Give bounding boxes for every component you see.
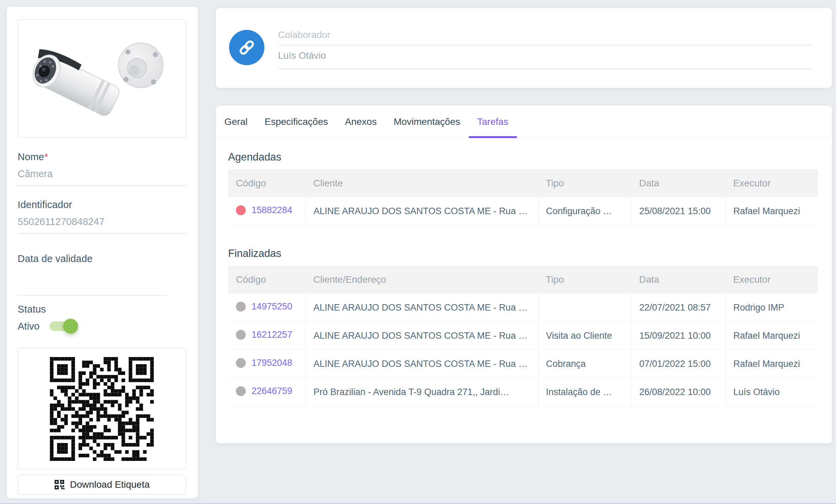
- column-header: Tipo: [538, 266, 631, 294]
- validade-label: Data de validade: [18, 253, 186, 265]
- nome-input[interactable]: [18, 163, 186, 186]
- tab-label: Tarefas: [477, 116, 508, 127]
- link-icon: [237, 38, 257, 57]
- task-date-cell: 22/07/2021 08:57: [631, 294, 725, 322]
- column-header: Data: [631, 266, 725, 294]
- toggle-knob-icon: [63, 319, 78, 334]
- download-etiqueta-button[interactable]: Download Etiqueta: [18, 475, 186, 494]
- task-table: CódigoClienteTipoDataExecutor 15882284AL…: [228, 169, 818, 225]
- tab-movimentacoes[interactable]: Movimentações: [385, 106, 469, 138]
- task-code-link[interactable]: 15882284: [252, 205, 292, 216]
- task-row: 14975250ALINE ARAUJO DOS SANTOS COSTA ME…: [228, 294, 818, 322]
- camera-image: [22, 24, 182, 133]
- collaborator-value-input[interactable]: [278, 45, 813, 69]
- asset-detail-page: Nome* Identificador Data de validade Sta…: [0, 0, 836, 504]
- collaborator-card: [216, 8, 832, 88]
- task-code-cell: 14975250: [228, 294, 305, 322]
- task-date-cell: 15/09/2021 10:00: [631, 322, 725, 350]
- nome-field: Nome*: [18, 151, 186, 186]
- task-table: CódigoCliente/EndereçoTipoDataExecutor 1…: [228, 266, 818, 406]
- qr-icon: [54, 479, 65, 490]
- task-section: Agendadas CódigoClienteTipoDataExecutor …: [228, 151, 818, 225]
- task-code-cell: 17952048: [228, 350, 305, 378]
- task-client-cell: ALINE ARAUJO DOS SANTOS COSTA ME - Rua …: [305, 322, 538, 350]
- link-avatar: [229, 30, 264, 65]
- validade-field: Data de validade: [18, 253, 186, 296]
- required-asterisk: *: [44, 151, 48, 162]
- tab-content: Agendadas CódigoClienteTipoDataExecutor …: [216, 138, 832, 406]
- column-header: Tipo: [538, 169, 631, 197]
- tab-tarefas[interactable]: Tarefas: [469, 106, 517, 138]
- collaborator-fields: [278, 29, 813, 69]
- section-title: Finalizadas: [228, 247, 818, 260]
- status-dot-icon: [236, 302, 246, 312]
- task-executor-cell: Rafael Marquezi: [725, 322, 818, 350]
- column-header: Cliente: [305, 169, 538, 197]
- task-tipo-cell: Visita ao Cliente: [538, 322, 631, 350]
- task-date-cell: 25/08/2021 15:00: [631, 197, 725, 225]
- table-header-row: CódigoClienteTipoDataExecutor: [228, 169, 818, 197]
- validade-input[interactable]: [18, 265, 167, 296]
- identificador-field: Identificador: [18, 199, 186, 234]
- table-header-row: CódigoCliente/EndereçoTipoDataExecutor: [228, 266, 818, 294]
- task-client-cell: ALINE ARAUJO DOS SANTOS COSTA ME - Rua …: [305, 350, 538, 378]
- task-tipo-cell: Instalação de …: [538, 378, 631, 406]
- status-dot-icon: [236, 358, 246, 368]
- task-tipo-cell: Configuração …: [538, 197, 631, 225]
- task-client-cell: Pró Brazilian - Avenida T-9 Quadra 271,,…: [305, 378, 538, 406]
- qr-code-box: [18, 348, 186, 470]
- column-header: Executor: [725, 266, 818, 294]
- download-etiqueta-label: Download Etiqueta: [70, 479, 150, 490]
- task-executor-cell: Rafael Marquezi: [725, 197, 818, 225]
- qr-code: [50, 357, 154, 461]
- task-row: 22646759Pró Brazilian - Avenida T-9 Quad…: [228, 378, 818, 406]
- tab-label: Movimentações: [394, 116, 460, 127]
- status-dot-icon: [236, 205, 246, 215]
- task-client-cell: ALINE ARAUJO DOS SANTOS COSTA ME - Rua …: [305, 294, 538, 322]
- column-header: Executor: [725, 169, 818, 197]
- identificador-label: Identificador: [18, 199, 186, 211]
- collaborator-select-input[interactable]: [278, 29, 813, 45]
- task-tipo-cell: [538, 294, 631, 322]
- task-executor-cell: Luís Otávio: [725, 378, 818, 406]
- status-toggle[interactable]: [50, 321, 76, 331]
- tab-geral[interactable]: Geral: [216, 106, 256, 138]
- task-section: Finalizadas CódigoCliente/EndereçoTipoDa…: [228, 247, 818, 406]
- task-code-cell: 16212257: [228, 322, 305, 350]
- tab-label: Anexos: [345, 116, 376, 127]
- task-code-link[interactable]: 16212257: [252, 330, 292, 340]
- task-date-cell: 07/01/2022 15:00: [631, 350, 725, 378]
- status-dot-icon: [236, 330, 246, 340]
- task-row: 15882284ALINE ARAUJO DOS SANTOS COSTA ME…: [228, 197, 818, 225]
- task-executor-cell: Rafael Marquezi: [725, 350, 818, 378]
- task-client-cell: ALINE ARAUJO DOS SANTOS COSTA ME - Rua …: [305, 197, 538, 225]
- identificador-input[interactable]: [18, 211, 186, 234]
- task-code-link[interactable]: 22646759: [252, 386, 292, 396]
- task-row: 16212257ALINE ARAUJO DOS SANTOS COSTA ME…: [228, 322, 818, 350]
- column-header: Cliente/Endereço: [305, 266, 538, 294]
- tab-label: Especificações: [264, 116, 328, 127]
- task-code-cell: 15882284: [228, 197, 305, 225]
- column-header: Código: [228, 169, 305, 197]
- asset-tabs-card: GeralEspecificaçõesAnexosMovimentaçõesTa…: [216, 106, 832, 443]
- tab-especificacoes[interactable]: Especificações: [256, 106, 336, 138]
- task-row: 17952048ALINE ARAUJO DOS SANTOS COSTA ME…: [228, 350, 818, 378]
- asset-summary-panel: Nome* Identificador Data de validade Sta…: [7, 7, 198, 498]
- task-tipo-cell: Cobrança: [538, 350, 631, 378]
- column-header: Data: [631, 169, 725, 197]
- tab-anexos[interactable]: Anexos: [336, 106, 385, 138]
- task-code-link[interactable]: 17952048: [252, 358, 292, 368]
- nome-label: Nome*: [18, 151, 186, 163]
- status-value: Ativo: [18, 321, 39, 332]
- status-label: Status: [18, 303, 186, 315]
- column-header: Código: [228, 266, 305, 294]
- status-block: Status Ativo: [18, 303, 186, 334]
- task-date-cell: 26/08/2022 10:00: [631, 378, 725, 406]
- tab-label: Geral: [224, 116, 247, 127]
- task-code-link[interactable]: 14975250: [252, 301, 292, 312]
- section-title: Agendadas: [228, 151, 818, 164]
- status-dot-icon: [236, 386, 246, 396]
- task-executor-cell: Rodrigo IMP: [725, 294, 818, 322]
- tab-bar: GeralEspecificaçõesAnexosMovimentaçõesTa…: [216, 106, 832, 138]
- task-code-cell: 22646759: [228, 378, 305, 406]
